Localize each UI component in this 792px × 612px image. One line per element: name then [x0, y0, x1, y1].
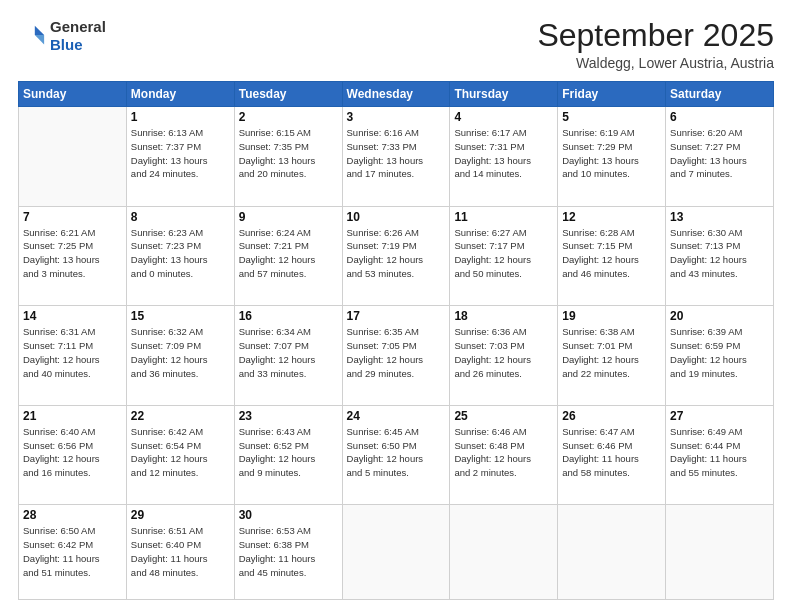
day-header-tuesday: Tuesday — [234, 82, 342, 107]
day-cell: 11Sunrise: 6:27 AMSunset: 7:17 PMDayligh… — [450, 206, 558, 306]
day-header-wednesday: Wednesday — [342, 82, 450, 107]
day-info: Sunrise: 6:51 AMSunset: 6:40 PMDaylight:… — [131, 524, 230, 579]
day-info: Sunrise: 6:17 AMSunset: 7:31 PMDaylight:… — [454, 126, 553, 181]
day-cell: 2Sunrise: 6:15 AMSunset: 7:35 PMDaylight… — [234, 107, 342, 207]
logo-text: General Blue — [50, 18, 106, 54]
day-cell: 28Sunrise: 6:50 AMSunset: 6:42 PMDayligh… — [19, 505, 127, 600]
logo: General Blue — [18, 18, 106, 54]
day-number: 21 — [23, 409, 122, 423]
day-number: 11 — [454, 210, 553, 224]
day-cell: 3Sunrise: 6:16 AMSunset: 7:33 PMDaylight… — [342, 107, 450, 207]
day-cell: 17Sunrise: 6:35 AMSunset: 7:05 PMDayligh… — [342, 306, 450, 406]
day-info: Sunrise: 6:43 AMSunset: 6:52 PMDaylight:… — [239, 425, 338, 480]
day-number: 30 — [239, 508, 338, 522]
day-info: Sunrise: 6:19 AMSunset: 7:29 PMDaylight:… — [562, 126, 661, 181]
title-block: September 2025 Waldegg, Lower Austria, A… — [537, 18, 774, 71]
day-number: 15 — [131, 309, 230, 323]
day-info: Sunrise: 6:49 AMSunset: 6:44 PMDaylight:… — [670, 425, 769, 480]
logo-icon — [18, 22, 46, 50]
day-info: Sunrise: 6:45 AMSunset: 6:50 PMDaylight:… — [347, 425, 446, 480]
day-number: 23 — [239, 409, 338, 423]
day-number: 13 — [670, 210, 769, 224]
day-number: 10 — [347, 210, 446, 224]
day-number: 3 — [347, 110, 446, 124]
day-number: 29 — [131, 508, 230, 522]
day-cell — [558, 505, 666, 600]
day-number: 22 — [131, 409, 230, 423]
day-info: Sunrise: 6:31 AMSunset: 7:11 PMDaylight:… — [23, 325, 122, 380]
day-info: Sunrise: 6:28 AMSunset: 7:15 PMDaylight:… — [562, 226, 661, 281]
day-info: Sunrise: 6:36 AMSunset: 7:03 PMDaylight:… — [454, 325, 553, 380]
day-cell: 16Sunrise: 6:34 AMSunset: 7:07 PMDayligh… — [234, 306, 342, 406]
day-info: Sunrise: 6:50 AMSunset: 6:42 PMDaylight:… — [23, 524, 122, 579]
day-number: 7 — [23, 210, 122, 224]
day-number: 9 — [239, 210, 338, 224]
day-info: Sunrise: 6:16 AMSunset: 7:33 PMDaylight:… — [347, 126, 446, 181]
day-info: Sunrise: 6:34 AMSunset: 7:07 PMDaylight:… — [239, 325, 338, 380]
day-number: 2 — [239, 110, 338, 124]
day-number: 24 — [347, 409, 446, 423]
day-number: 26 — [562, 409, 661, 423]
day-info: Sunrise: 6:39 AMSunset: 6:59 PMDaylight:… — [670, 325, 769, 380]
day-cell: 29Sunrise: 6:51 AMSunset: 6:40 PMDayligh… — [126, 505, 234, 600]
day-info: Sunrise: 6:15 AMSunset: 7:35 PMDaylight:… — [239, 126, 338, 181]
day-number: 8 — [131, 210, 230, 224]
day-cell: 18Sunrise: 6:36 AMSunset: 7:03 PMDayligh… — [450, 306, 558, 406]
day-info: Sunrise: 6:23 AMSunset: 7:23 PMDaylight:… — [131, 226, 230, 281]
day-number: 25 — [454, 409, 553, 423]
day-cell: 14Sunrise: 6:31 AMSunset: 7:11 PMDayligh… — [19, 306, 127, 406]
day-cell — [19, 107, 127, 207]
day-info: Sunrise: 6:13 AMSunset: 7:37 PMDaylight:… — [131, 126, 230, 181]
day-header-monday: Monday — [126, 82, 234, 107]
header: General Blue September 2025 Waldegg, Low… — [18, 18, 774, 71]
week-row-5: 28Sunrise: 6:50 AMSunset: 6:42 PMDayligh… — [19, 505, 774, 600]
day-info: Sunrise: 6:53 AMSunset: 6:38 PMDaylight:… — [239, 524, 338, 579]
logo-blue: Blue — [50, 36, 106, 54]
week-row-3: 14Sunrise: 6:31 AMSunset: 7:11 PMDayligh… — [19, 306, 774, 406]
month-title: September 2025 — [537, 18, 774, 53]
day-number: 1 — [131, 110, 230, 124]
day-number: 17 — [347, 309, 446, 323]
day-cell: 27Sunrise: 6:49 AMSunset: 6:44 PMDayligh… — [666, 405, 774, 505]
day-cell: 25Sunrise: 6:46 AMSunset: 6:48 PMDayligh… — [450, 405, 558, 505]
day-info: Sunrise: 6:32 AMSunset: 7:09 PMDaylight:… — [131, 325, 230, 380]
week-row-4: 21Sunrise: 6:40 AMSunset: 6:56 PMDayligh… — [19, 405, 774, 505]
day-header-thursday: Thursday — [450, 82, 558, 107]
logo-general: General — [50, 18, 106, 36]
calendar-table: SundayMondayTuesdayWednesdayThursdayFrid… — [18, 81, 774, 600]
day-info: Sunrise: 6:21 AMSunset: 7:25 PMDaylight:… — [23, 226, 122, 281]
day-info: Sunrise: 6:47 AMSunset: 6:46 PMDaylight:… — [562, 425, 661, 480]
day-number: 27 — [670, 409, 769, 423]
day-info: Sunrise: 6:46 AMSunset: 6:48 PMDaylight:… — [454, 425, 553, 480]
day-header-saturday: Saturday — [666, 82, 774, 107]
day-info: Sunrise: 6:26 AMSunset: 7:19 PMDaylight:… — [347, 226, 446, 281]
day-number: 5 — [562, 110, 661, 124]
day-info: Sunrise: 6:30 AMSunset: 7:13 PMDaylight:… — [670, 226, 769, 281]
week-row-2: 7Sunrise: 6:21 AMSunset: 7:25 PMDaylight… — [19, 206, 774, 306]
day-number: 4 — [454, 110, 553, 124]
week-row-1: 1Sunrise: 6:13 AMSunset: 7:37 PMDaylight… — [19, 107, 774, 207]
day-cell: 13Sunrise: 6:30 AMSunset: 7:13 PMDayligh… — [666, 206, 774, 306]
day-cell: 24Sunrise: 6:45 AMSunset: 6:50 PMDayligh… — [342, 405, 450, 505]
day-cell: 8Sunrise: 6:23 AMSunset: 7:23 PMDaylight… — [126, 206, 234, 306]
day-cell: 6Sunrise: 6:20 AMSunset: 7:27 PMDaylight… — [666, 107, 774, 207]
day-cell: 21Sunrise: 6:40 AMSunset: 6:56 PMDayligh… — [19, 405, 127, 505]
day-info: Sunrise: 6:35 AMSunset: 7:05 PMDaylight:… — [347, 325, 446, 380]
day-number: 6 — [670, 110, 769, 124]
day-cell — [666, 505, 774, 600]
day-cell: 26Sunrise: 6:47 AMSunset: 6:46 PMDayligh… — [558, 405, 666, 505]
location: Waldegg, Lower Austria, Austria — [537, 55, 774, 71]
day-cell: 22Sunrise: 6:42 AMSunset: 6:54 PMDayligh… — [126, 405, 234, 505]
day-cell: 4Sunrise: 6:17 AMSunset: 7:31 PMDaylight… — [450, 107, 558, 207]
day-cell: 30Sunrise: 6:53 AMSunset: 6:38 PMDayligh… — [234, 505, 342, 600]
day-cell: 7Sunrise: 6:21 AMSunset: 7:25 PMDaylight… — [19, 206, 127, 306]
day-number: 20 — [670, 309, 769, 323]
day-header-sunday: Sunday — [19, 82, 127, 107]
day-number: 16 — [239, 309, 338, 323]
day-info: Sunrise: 6:42 AMSunset: 6:54 PMDaylight:… — [131, 425, 230, 480]
day-cell: 20Sunrise: 6:39 AMSunset: 6:59 PMDayligh… — [666, 306, 774, 406]
day-info: Sunrise: 6:24 AMSunset: 7:21 PMDaylight:… — [239, 226, 338, 281]
day-cell: 15Sunrise: 6:32 AMSunset: 7:09 PMDayligh… — [126, 306, 234, 406]
day-number: 12 — [562, 210, 661, 224]
day-info: Sunrise: 6:38 AMSunset: 7:01 PMDaylight:… — [562, 325, 661, 380]
